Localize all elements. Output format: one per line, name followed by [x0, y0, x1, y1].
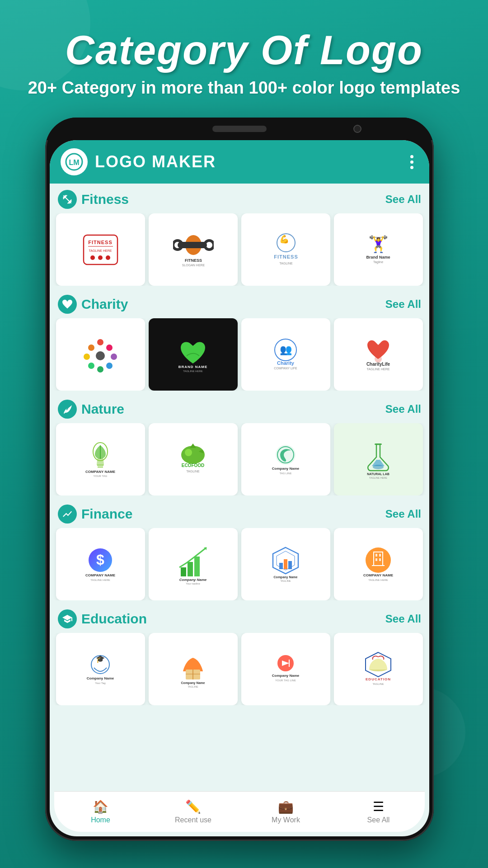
svg-text:Company Name: Company Name — [181, 681, 205, 685]
nature-title: Nature — [81, 401, 124, 417]
nav-home-label: Home — [91, 816, 110, 824]
nature-logo-1[interactable]: COMPANY NAME YOUR TAG — [56, 423, 145, 495]
phone-camera — [353, 125, 361, 133]
svg-text:TAGLINE: TAGLINE — [188, 685, 198, 688]
education-icon — [58, 609, 77, 628]
bottom-nav: 🏠 Home ✏️ Recent use 💼 My Work ☰ See All — [54, 791, 425, 832]
charity-see-all[interactable]: See All — [385, 298, 421, 311]
nature-logo-3[interactable]: Company Name TAG LINE — [241, 423, 330, 495]
charity-logo-1[interactable]: Brand Name — [56, 318, 145, 391]
nav-seeall-label: See All — [367, 816, 390, 824]
svg-text:TAGLINE: TAGLINE — [372, 683, 384, 685]
app-content[interactable]: Fitness See All FITNESS — [50, 184, 429, 794]
fitness-logo-2[interactable]: FITNESS SLOGAN HERE — [149, 213, 238, 286]
finance-logo-1[interactable]: $ COMPANY NAME TAGLINE HERE — [56, 528, 145, 600]
education-logo-2[interactable]: Company Name TAGLINE — [149, 633, 238, 705]
svg-text:Your tagline: Your tagline — [186, 582, 200, 585]
svg-point-54 — [373, 465, 384, 469]
svg-text:SLOGAN HERE: SLOGAN HERE — [182, 264, 205, 267]
charity-title-row: Charity — [58, 295, 128, 314]
svg-rect-76 — [375, 554, 377, 557]
finance-grid: $ COMPANY NAME TAGLINE HERE — [50, 528, 429, 600]
svg-point-7 — [98, 255, 103, 260]
education-title-row: Education — [58, 609, 147, 628]
finance-logo-3[interactable]: Company Name TAGLINE — [241, 528, 330, 600]
fitness-logo-4[interactable]: 🏋️‍♀️ Brand Name Tagline — [334, 213, 423, 286]
svg-rect-77 — [379, 554, 381, 557]
education-see-all[interactable]: See All — [385, 613, 421, 625]
svg-text:TAGLINE HERE: TAGLINE HERE — [369, 476, 387, 479]
svg-text:CharityLife: CharityLife — [366, 362, 390, 367]
svg-rect-69 — [279, 563, 283, 569]
svg-text:$: $ — [96, 552, 104, 568]
phone-notch — [45, 118, 434, 140]
svg-point-29 — [106, 344, 113, 351]
svg-text:COMPANY NAME: COMPANY NAME — [85, 573, 116, 577]
finance-icon — [58, 505, 77, 524]
finance-title-row: Finance — [58, 505, 132, 524]
svg-text:TAGLINE: TAGLINE — [280, 580, 291, 582]
svg-text:NATURAL LAB: NATURAL LAB — [367, 472, 389, 476]
finance-title: Finance — [81, 506, 132, 522]
nature-logo-2[interactable]: ECOFOOD TAGLINE — [149, 423, 238, 495]
svg-rect-78 — [375, 558, 377, 561]
svg-point-12 — [205, 241, 214, 250]
finance-see-all[interactable]: See All — [385, 508, 421, 520]
svg-point-46 — [181, 446, 205, 464]
nature-grid: COMPANY NAME YOUR TAG — [50, 423, 429, 495]
svg-text:TAGLINE HERE: TAGLINE HERE — [368, 579, 388, 581]
svg-point-27 — [106, 363, 113, 369]
app-title: LOGO MAKER — [95, 152, 398, 171]
charity-icon — [58, 295, 77, 314]
nav-recent[interactable]: ✏️ Recent use — [147, 799, 239, 824]
finance-section: Finance See All — [50, 498, 429, 603]
fitness-logo-3[interactable]: 💪 FITNESS TAGLINE — [241, 213, 330, 286]
fitness-logo-1[interactable]: FITNESS TAGLINE HERE — [56, 213, 145, 286]
nav-home[interactable]: 🏠 Home — [54, 799, 147, 824]
finance-logo-4[interactable]: COMPANY NAME TAGLINE HERE — [334, 528, 423, 600]
nav-mywork[interactable]: 💼 My Work — [239, 799, 332, 824]
education-header: Education See All — [50, 609, 429, 628]
svg-text:TAGLINE HERE: TAGLINE HERE — [367, 368, 390, 371]
app-header: LM LOGO MAKER — [50, 140, 429, 184]
svg-text:TAG LINE: TAG LINE — [280, 472, 292, 475]
nature-logo-4[interactable]: NATURAL LAB TAGLINE HERE — [334, 423, 423, 495]
svg-point-22 — [97, 339, 103, 345]
svg-point-24 — [84, 354, 90, 360]
fitness-title: Fitness — [81, 192, 129, 207]
education-logo-4[interactable]: EDUCATION TAGLINE — [334, 633, 423, 705]
svg-text:FITNESS: FITNESS — [88, 240, 112, 245]
svg-text:COMPANY NAME: COMPANY NAME — [363, 573, 394, 577]
nature-section: Nature See All — [50, 393, 429, 498]
nature-see-all[interactable]: See All — [385, 403, 421, 415]
finance-logo-2[interactable]: Company Name Your tagline — [149, 528, 238, 600]
svg-point-28 — [111, 354, 117, 360]
education-logo-1[interactable]: 🎓 Company Name Your Tag — [56, 633, 145, 705]
app-screen: LM LOGO MAKER — [50, 140, 429, 836]
svg-rect-63 — [188, 562, 193, 576]
education-logo-3[interactable]: Company Name YOUR TAG LINE — [241, 633, 330, 705]
svg-text:TAGLINE HERE: TAGLINE HERE — [89, 249, 112, 252]
charity-logo-2[interactable]: BRAND NAME TAGLINE HERE — [149, 318, 238, 391]
svg-rect-64 — [194, 557, 200, 576]
svg-text:👥: 👥 — [280, 344, 292, 356]
menu-dots-button[interactable] — [405, 155, 418, 169]
svg-text:🏋️‍♀️: 🏋️‍♀️ — [368, 234, 389, 254]
fitness-grid: FITNESS TAGLINE HERE — [50, 213, 429, 286]
fitness-see-all[interactable]: See All — [385, 193, 421, 206]
svg-point-23 — [88, 344, 94, 351]
mywork-icon: 💼 — [278, 799, 294, 814]
svg-rect-71 — [288, 561, 292, 569]
svg-point-30 — [96, 351, 105, 360]
svg-text:COMPANY NAME: COMPANY NAME — [85, 470, 116, 474]
svg-text:FITNESS: FITNESS — [274, 254, 298, 259]
svg-text:Company Name: Company Name — [272, 674, 300, 678]
charity-logo-4[interactable]: CharityLife TAGLINE HERE — [334, 318, 423, 391]
svg-text:FITNESS: FITNESS — [184, 258, 202, 263]
svg-point-26 — [97, 366, 103, 373]
charity-header: Charity See All — [50, 295, 429, 314]
nature-icon — [58, 400, 77, 419]
svg-text:ECOFOOD: ECOFOOD — [182, 463, 205, 468]
charity-logo-3[interactable]: 👥 Charity COMPANY LIFE — [241, 318, 330, 391]
nav-seeall[interactable]: ☰ See All — [332, 799, 425, 824]
